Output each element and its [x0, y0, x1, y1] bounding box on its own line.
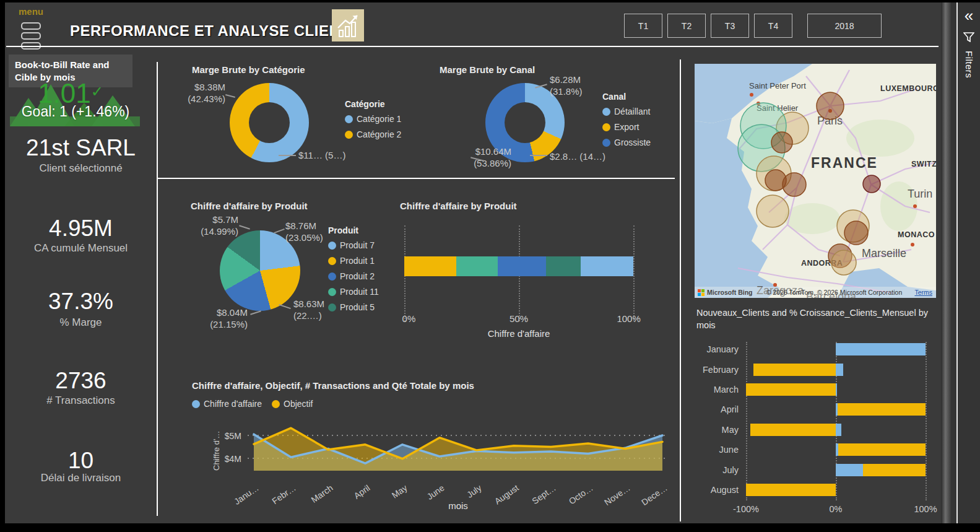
middle-divider	[157, 178, 675, 179]
map-copyright: © 2026 TomTom, © 2026 Microsoft Corporat…	[758, 289, 911, 296]
donut-categorie-chart[interactable]	[230, 83, 309, 162]
legend-title: Catégorie	[345, 99, 401, 109]
bar-segment[interactable]	[753, 364, 836, 376]
stacked-segment-produit-11[interactable]	[456, 256, 498, 276]
map-city-dot	[911, 243, 914, 246]
filters-pane-label[interactable]: Filters	[964, 51, 974, 78]
year-button[interactable]: 2018	[807, 14, 882, 38]
stacked-segment-produit-5[interactable]	[546, 256, 580, 276]
bar-segment[interactable]	[746, 484, 836, 496]
bar-row-march: March	[679, 380, 926, 399]
quarter-button-t4[interactable]: T4	[754, 14, 792, 38]
legend-item-produit-7[interactable]: Produit 7	[328, 240, 379, 250]
stacked-segment-produit-7[interactable]	[581, 256, 633, 276]
donut-canal-title: Marge Brute by Canal	[440, 64, 535, 75]
bar-segment[interactable]	[838, 443, 926, 456]
kpi-marge-value: 37.3%	[5, 289, 157, 315]
bing-logo-icon	[698, 289, 705, 296]
quarter-button-t2[interactable]: T2	[667, 14, 706, 38]
legend-item-produit-5[interactable]: Produit 5	[328, 302, 379, 312]
pie-callout-produit1: $8.63M(22.…)	[293, 299, 324, 322]
map-label: SWITZERL	[911, 160, 936, 168]
pie-produit-title: Chiffre d'affaire by Produit	[191, 201, 308, 211]
category-label: January	[679, 344, 739, 354]
legend-item-catégorie-2[interactable]: Catégorie 2	[345, 129, 401, 139]
chart-logo-icon	[332, 9, 364, 41]
menu-label[interactable]: menu	[19, 6, 43, 17]
map-city-dot	[750, 93, 753, 97]
category-label: July	[679, 465, 739, 475]
stacked-segment-produit-2[interactable]	[498, 256, 546, 276]
hbar-chart: JanuaryFebruaryMarchAprilMayJuneJulyAugu…	[679, 339, 926, 519]
pie-callout-produit7: $8.76M(23.05%)	[285, 220, 323, 244]
legend-item-grossiste[interactable]: Grossiste	[602, 137, 651, 147]
stacked-x-axis: 0% 50% 100%	[404, 313, 633, 326]
france-bubble-map[interactable]: Saint Peter PortSaint HelierLUXEMBOURGPa…	[695, 64, 936, 298]
area-chart-plot[interactable]	[248, 419, 669, 476]
area-x-axis-title: mois	[248, 500, 669, 511]
bar-row-may: May	[679, 420, 926, 440]
donut-canal-callout-export: $2.8… (14…)	[550, 151, 605, 163]
page-title: PERFORMANCE ET ANALYSE CLIENT	[70, 22, 349, 40]
report-canvas: menu PERFORMANCE ET ANALYSE CLIENT T1 T2…	[5, 2, 941, 523]
bar-segment[interactable]	[838, 403, 926, 416]
bar-segment[interactable]	[836, 383, 837, 396]
hbar-title: Nouveaux_Clients and % Croissance_Client…	[696, 307, 937, 331]
scrollbar-track[interactable]	[941, 2, 951, 523]
filter-funnel-icon[interactable]	[963, 32, 974, 45]
bar-segment[interactable]	[836, 424, 841, 436]
legend-title: Canal	[602, 92, 651, 102]
map-canvas: Saint Peter PortSaint HelierLUXEMBOURGPa…	[695, 64, 936, 298]
legend-item-objectif[interactable]: Objectif	[272, 399, 313, 409]
legend-item-chiffre-d'affaire[interactable]: Chiffre d'affaire	[192, 399, 262, 409]
kpi-delai-label: Délai de livraison	[5, 472, 157, 484]
stacked-produit-bar[interactable]	[404, 256, 633, 276]
quarter-button-t3[interactable]: T3	[711, 14, 749, 38]
map-bubble[interactable]	[863, 175, 880, 193]
legend-item-produit-11[interactable]: Produit 11	[328, 287, 379, 297]
hbar-x-axis: -100% 0% 100%	[746, 504, 926, 517]
category-label: August	[679, 485, 739, 495]
hbar-rows: JanuaryFebruaryMarchAprilMayJuneJulyAugu…	[679, 339, 926, 500]
quarter-button-t1[interactable]: T1	[624, 14, 662, 38]
kpi-delai-value: 10	[5, 448, 157, 474]
legend-item-catégorie-1[interactable]: Catégorie 1	[345, 114, 401, 124]
bar-segment[interactable]	[836, 464, 863, 476]
pie-produit-legend: ProduitProduit 7Produit 1Produit 2Produi…	[328, 225, 379, 318]
map-label: Turin	[908, 188, 932, 200]
map-city-dot	[913, 204, 917, 208]
donut-categorie-legend: CatégorieCatégorie 1Catégorie 2	[345, 99, 401, 145]
collapse-pane-icon[interactable]: «	[965, 7, 973, 24]
check-icon: ✓	[91, 83, 103, 100]
legend-item-produit-2[interactable]: Produit 2	[328, 271, 379, 281]
pie-callout-produit5: $5.7M(14.99%)	[183, 214, 238, 238]
donut-canal-callout-detaillant: $6.28M(31.8%)	[550, 74, 583, 98]
legend-item-détaillant[interactable]: Détaillant	[602, 107, 651, 116]
bar-segment[interactable]	[863, 464, 926, 476]
bar-segment[interactable]	[836, 364, 843, 376]
map-bubble[interactable]	[831, 250, 856, 275]
kpi-transactions-value: 2736	[5, 368, 157, 394]
filters-rail: « Filters	[941, 2, 980, 523]
donut-categorie-callout-cat2: $8.38M(42.43%)	[171, 82, 225, 105]
map-bubble[interactable]	[783, 173, 806, 196]
bar-segment[interactable]	[746, 383, 836, 396]
kpi-client-label: Client sélectionné	[5, 162, 157, 175]
stacked-segment-produit-1[interactable]	[404, 256, 456, 276]
legend-item-export[interactable]: Export	[602, 122, 651, 132]
map-terms-link[interactable]: Terms	[914, 289, 932, 296]
area-ytick-4m: $4M	[219, 454, 241, 464]
bar-row-april: April	[679, 399, 926, 419]
donut-canal-legend: CanalDétaillantExportGrossiste	[602, 92, 651, 153]
map-bubble[interactable]	[757, 195, 789, 227]
map-bubble[interactable]	[817, 92, 844, 120]
map-bubble[interactable]	[771, 132, 792, 153]
area-chart-legend: Chiffre d'affaireObjectif	[192, 399, 313, 409]
map-bubble[interactable]	[844, 221, 868, 245]
stacked-produit-title: Chiffre d'affaire by Produit	[400, 201, 517, 211]
gauge-goal: Goal: 1 (+1.46%)	[5, 103, 146, 120]
bar-segment[interactable]	[836, 343, 926, 355]
bar-row-june: June	[679, 440, 926, 460]
bar-segment[interactable]	[750, 424, 836, 436]
legend-item-produit-1[interactable]: Produit 1	[328, 256, 379, 266]
